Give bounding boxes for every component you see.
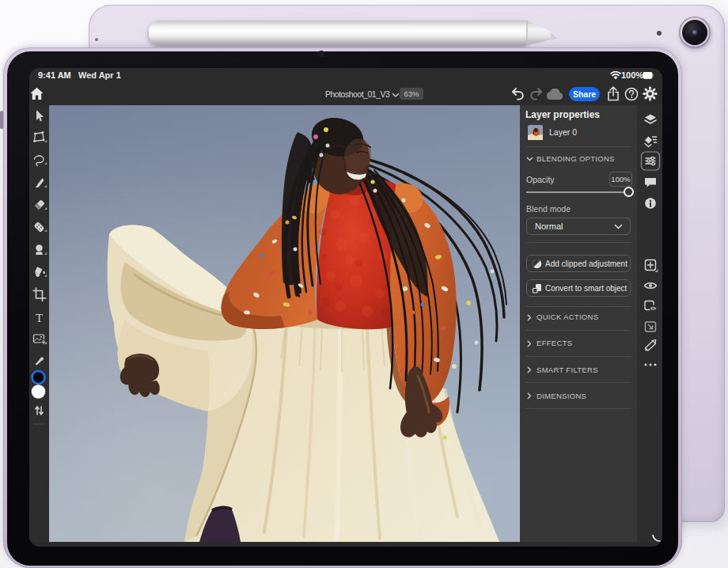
svg-text:T: T [36, 312, 43, 324]
